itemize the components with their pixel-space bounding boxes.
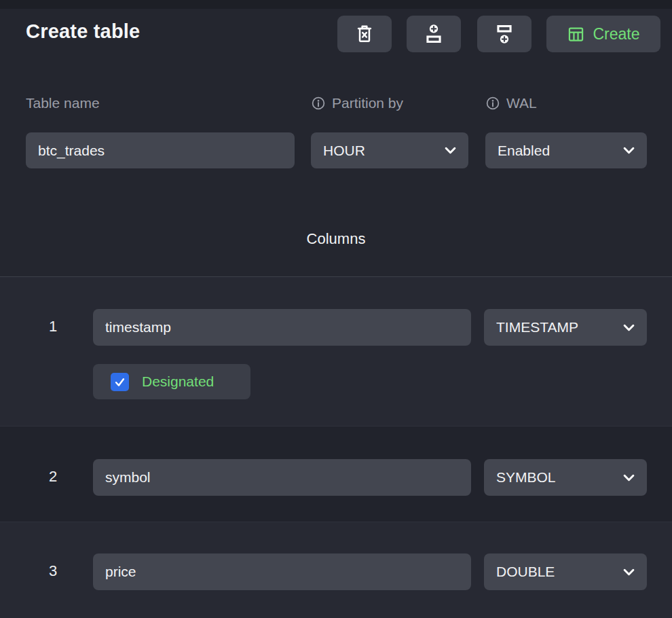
row-index: 1: [39, 318, 67, 335]
column-name-input[interactable]: [93, 309, 471, 346]
info-icon: [311, 96, 326, 111]
info-icon: [485, 96, 500, 111]
chevron-down-icon: [623, 568, 635, 576]
insert-column-above-icon: [423, 23, 445, 45]
row-index: 3: [39, 562, 67, 580]
wal-value: Enabled: [498, 143, 550, 159]
column-type-value: DOUBLE: [496, 564, 555, 580]
create-table-panel: Create table: [0, 0, 672, 618]
add-column-below-button[interactable]: [477, 16, 531, 52]
column-type-value: TIMESTAMP: [496, 319, 578, 335]
page-title: Create table: [26, 20, 140, 43]
insert-column-below-icon: [493, 23, 515, 45]
designated-checkbox[interactable]: [111, 373, 129, 391]
columns-heading: Columns: [0, 230, 672, 248]
table-name-input[interactable]: [26, 132, 295, 168]
chevron-down-icon: [623, 324, 635, 331]
column-type-select[interactable]: TIMESTAMP: [484, 309, 647, 346]
wal-label: WAL: [485, 95, 537, 111]
create-button[interactable]: Create: [546, 16, 660, 52]
chevron-down-icon: [623, 474, 635, 481]
table-icon: [567, 25, 585, 43]
row-index: 2: [39, 468, 67, 486]
column-row-1: 1 TIMESTAMP Designated: [0, 277, 672, 426]
column-row-2: 2 SYMBOL: [0, 426, 672, 522]
designated-label: Designated: [142, 374, 214, 390]
trash-x-icon: [354, 23, 375, 45]
partition-by-label: Partition by: [311, 95, 403, 111]
column-name-input[interactable]: [93, 459, 471, 496]
create-button-label: Create: [593, 25, 639, 43]
chevron-down-icon: [445, 147, 456, 154]
partition-by-select[interactable]: HOUR: [311, 132, 468, 168]
designated-toggle[interactable]: Designated: [93, 364, 250, 399]
chevron-down-icon: [623, 147, 635, 154]
column-type-value: SYMBOL: [496, 469, 556, 486]
table-name-label: Table name: [26, 95, 100, 111]
wal-select[interactable]: Enabled: [485, 132, 647, 168]
add-column-above-button[interactable]: [407, 16, 461, 52]
column-name-input[interactable]: [93, 553, 471, 590]
column-row-3: 3 DOUBLE: [0, 522, 672, 618]
top-strip: [0, 0, 672, 9]
column-type-select[interactable]: DOUBLE: [484, 553, 647, 590]
partition-by-value: HOUR: [323, 143, 365, 159]
column-type-select[interactable]: SYMBOL: [484, 459, 647, 496]
delete-column-button[interactable]: [337, 16, 392, 52]
check-icon: [114, 376, 126, 388]
